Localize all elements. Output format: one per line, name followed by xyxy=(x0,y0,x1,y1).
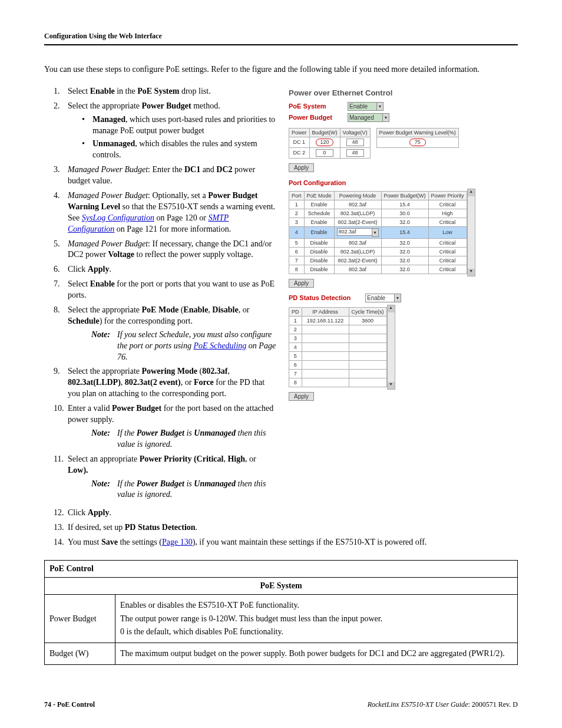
ui-title: Power over Ethernet Control xyxy=(289,88,518,97)
dc2-voltage-input[interactable]: 48 xyxy=(346,149,364,157)
step-3: Managed Power Budget: Enter the DC1 and … xyxy=(44,164,277,187)
poe-system-label: PoE System xyxy=(289,103,348,110)
power-table: PowerBudget(W)Voltage(V) DC 1 120 48 DC … xyxy=(289,128,371,159)
poe-scheduling-link[interactable]: PoE Scheduling xyxy=(194,341,247,350)
table-row[interactable]: 6Disable802.3at(LLDP)32.0Critical xyxy=(289,247,467,256)
step-4: Managed Power Budget: Optionally, set a … xyxy=(44,190,277,235)
step-14: You must Save the settings (Page 130), i… xyxy=(44,537,518,548)
dropdown-arrow-icon[interactable]: ▼ xyxy=(382,113,389,122)
ui-screenshot: Power over Ethernet Control PoE System E… xyxy=(289,88,518,403)
step-11-note: Note: If the Power Budget is Unmanaged t… xyxy=(91,479,277,501)
table-row[interactable]: 5Disable802.3af32.0Critical xyxy=(289,238,467,247)
power-budget-select[interactable]: Managed xyxy=(348,113,383,122)
step-6: Click Apply. xyxy=(44,264,277,275)
warning-table: Power Budget Warning Level(%) 75 xyxy=(376,128,459,148)
page-130-link[interactable]: Page 130 xyxy=(162,538,193,546)
step-2-bullet-1: Managed, which uses port-based rules and… xyxy=(68,114,277,137)
table-row[interactable]: 2Schedule802.3at(LLDP)30.0High xyxy=(289,209,467,218)
warning-level-input[interactable]: 75 xyxy=(409,139,426,146)
dc1-budget-input[interactable]: 120 xyxy=(316,139,333,146)
desc-row-body: The maximum output budget on the power s… xyxy=(115,643,518,664)
pd-status-select[interactable]: Enable xyxy=(365,294,395,302)
intro-text: You can use these steps to configure PoE… xyxy=(44,64,518,75)
step-9: Select the appropriate Powering Mode (80… xyxy=(44,366,277,400)
syslog-config-link[interactable]: SysLog Configuration xyxy=(82,213,154,222)
table-row[interactable]: 7Disable802.3at(2-Event)32.0Critical xyxy=(289,256,467,265)
page-footer: 74 - PoE Control RocketLinx ES7510-XT Us… xyxy=(44,700,518,709)
steps-list: Select Enable in the PoE System drop lis… xyxy=(44,86,277,500)
scrollbar[interactable]: ▲ ▼ xyxy=(467,189,475,276)
desc-section: PoE System xyxy=(45,578,518,595)
dc2-budget-input[interactable]: 0 xyxy=(316,149,333,157)
table-row[interactable]: 2 xyxy=(289,325,387,334)
apply-button-3[interactable]: Apply xyxy=(289,392,314,401)
step-10: Enter a valid Power Budget for the port … xyxy=(44,403,277,450)
dc1-voltage-input[interactable]: 48 xyxy=(346,139,364,146)
scroll-down-icon[interactable]: ▼ xyxy=(468,269,475,276)
table-row[interactable]: 7 xyxy=(289,369,387,378)
description-table: PoE Control PoE System Power Budget Enab… xyxy=(44,560,518,665)
step-8: Select the appropriate PoE Mode (Enable,… xyxy=(44,305,277,363)
desc-row-label: Budget (W) xyxy=(45,643,115,664)
pd-status-label: PD Status Detection xyxy=(289,294,365,301)
step-5: Managed Power Budget: If necessary, chan… xyxy=(44,239,277,261)
desc-title: PoE Control xyxy=(45,560,518,577)
step-10-note: Note: If the Power Budget is Unmanaged t… xyxy=(91,428,277,450)
apply-button-1[interactable]: Apply xyxy=(289,163,314,172)
table-row[interactable]: 1Enable802.3af15.4Critical xyxy=(289,200,467,209)
port-config-table: PortPoE ModePowering ModePower Budget(W)… xyxy=(289,191,467,274)
table-row[interactable]: 3 xyxy=(289,334,387,342)
desc-row-label: Power Budget xyxy=(45,595,115,643)
scroll-down-icon[interactable]: ▼ xyxy=(388,382,395,389)
table-row[interactable]: 4Enable802.3af▼15.4Low xyxy=(289,226,467,238)
step-2: Select the appropriate Power Budget meth… xyxy=(44,101,277,161)
table-row[interactable]: 4 xyxy=(289,342,387,351)
step-13: If desired, set up PD Status Detection. xyxy=(44,522,518,533)
table-row[interactable]: 1192.168.11.1223600 xyxy=(289,316,387,325)
dc2-label: DC 2 xyxy=(289,147,310,158)
table-row[interactable]: 6 xyxy=(289,360,387,369)
poe-system-select[interactable]: Enable xyxy=(348,102,377,111)
dropdown-arrow-icon[interactable]: ▼ xyxy=(372,228,379,237)
footer-left: 74 - PoE Control xyxy=(44,700,95,709)
table-row[interactable]: 8Disable802.3af32.0Critical xyxy=(289,265,467,274)
dc1-label: DC 1 xyxy=(289,137,310,147)
step-11: Select an appropriate Power Priority (Cr… xyxy=(44,454,277,501)
scroll-up-icon[interactable]: ▲ xyxy=(388,305,395,312)
table-row[interactable]: 5 xyxy=(289,351,387,360)
desc-row-body: Enables or disables the ES7510-XT PoE fu… xyxy=(115,595,518,643)
power-budget-label: Power Budget xyxy=(289,114,348,121)
page-header: Configuration Using the Web Interface xyxy=(44,32,518,45)
apply-button-2[interactable]: Apply xyxy=(289,279,314,288)
step-8-note: Note: If you select Schedule, you must a… xyxy=(91,330,277,363)
dropdown-arrow-icon[interactable]: ▼ xyxy=(394,294,401,302)
step-12: Click Apply. xyxy=(44,508,518,519)
step-1: Select Enable in the PoE System drop lis… xyxy=(44,86,277,97)
step-7: Select Enable for the port or ports that… xyxy=(44,279,277,301)
footer-right: RocketLinx ES7510-XT User Guide: 2000571… xyxy=(368,700,518,709)
table-row[interactable]: 8 xyxy=(289,378,387,387)
step-2-bullet-2: Unmanaged, which disables the rules and … xyxy=(68,139,277,161)
dropdown-arrow-icon[interactable]: ▼ xyxy=(376,102,384,111)
table-row[interactable]: 3Enable802.3at(2-Event)32.0Critical xyxy=(289,218,467,226)
steps-list-continued: Click Apply. If desired, set up PD Statu… xyxy=(44,504,518,552)
port-config-title: Port Configuration xyxy=(289,179,518,186)
pd-status-table: PDIP AddressCycle Time(s) 1192.168.11.12… xyxy=(289,307,387,387)
scroll-up-icon[interactable]: ▲ xyxy=(468,189,475,196)
scrollbar[interactable]: ▲ ▼ xyxy=(387,305,395,390)
